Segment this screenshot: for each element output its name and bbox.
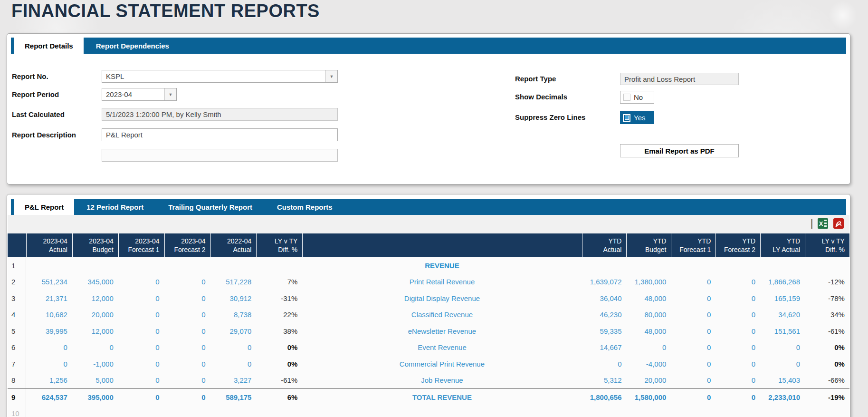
value-cell[interactable]	[715, 257, 760, 274]
value-cell[interactable]: 0	[164, 307, 210, 323]
value-cell[interactable]: 34,620	[760, 307, 805, 323]
value-cell[interactable]: 2,233,010	[760, 389, 805, 406]
checkbox-unchecked-icon[interactable]	[623, 94, 630, 101]
email-report-pdf-button[interactable]: Email Report as PDF	[620, 144, 739, 157]
value-cell[interactable]: 0	[671, 274, 715, 291]
value-cell[interactable]: 589,175	[210, 389, 257, 406]
value-cell[interactable]: 0	[118, 339, 164, 356]
value-cell[interactable]: 151,561	[760, 323, 805, 339]
value-cell[interactable]: 0	[715, 274, 760, 291]
value-cell[interactable]: 0	[72, 339, 118, 356]
value-cell[interactable]: 0	[210, 356, 257, 372]
value-cell[interactable]	[715, 406, 760, 417]
value-cell[interactable]: 0	[671, 323, 715, 339]
value-cell[interactable]: 48,000	[626, 323, 671, 339]
value-cell[interactable]: 0	[164, 389, 210, 406]
value-cell[interactable]: 0	[715, 307, 760, 323]
value-cell[interactable]: 0	[671, 307, 715, 323]
value-cell[interactable]: 0	[626, 339, 671, 356]
value-cell[interactable]	[582, 406, 627, 417]
value-cell[interactable]: 0	[118, 307, 164, 323]
value-cell[interactable]: 0	[715, 389, 760, 406]
value-cell[interactable]: 517,228	[210, 274, 257, 291]
checkbox-checked-icon[interactable]	[623, 114, 630, 122]
value-cell[interactable]: 1,380,000	[626, 274, 671, 291]
value-cell[interactable]: 0	[118, 323, 164, 339]
value-cell[interactable]: 39,995	[26, 323, 72, 339]
value-cell[interactable]	[72, 257, 118, 274]
value-cell[interactable]	[26, 257, 72, 274]
value-cell[interactable]	[626, 406, 671, 417]
value-cell[interactable]: 15,403	[760, 372, 805, 389]
value-cell[interactable]: 3,227	[210, 372, 257, 389]
excel-export-icon[interactable]: X	[818, 218, 828, 229]
value-cell[interactable]: 1,580,000	[626, 389, 671, 406]
tab-report-dependencies[interactable]: Report Dependencies	[84, 38, 181, 54]
value-cell[interactable]: 395,000	[72, 389, 118, 406]
description-cell[interactable]: eNewsletter Revenue	[302, 323, 582, 339]
suppress-zero-lines-toggle[interactable]: Yes	[620, 111, 654, 124]
value-cell[interactable]: 0	[118, 356, 164, 372]
value-cell[interactable]: 0	[118, 372, 164, 389]
value-cell[interactable]: 29,070	[210, 323, 257, 339]
value-cell[interactable]	[118, 406, 164, 417]
value-cell[interactable]: 12,000	[72, 323, 118, 339]
value-cell[interactable]: 0	[715, 290, 760, 307]
value-cell[interactable]: 1,800,656	[582, 389, 627, 406]
value-cell[interactable]	[210, 406, 257, 417]
value-cell[interactable]: 345,000	[72, 274, 118, 291]
value-cell[interactable]: 0	[118, 274, 164, 291]
value-cell[interactable]: 36,040	[582, 290, 627, 307]
value-cell[interactable]: 0	[715, 356, 760, 372]
value-cell[interactable]: 0	[671, 356, 715, 372]
value-cell[interactable]	[582, 257, 627, 274]
report-description-field[interactable]	[102, 128, 338, 141]
value-cell[interactable]: 20,000	[72, 307, 118, 323]
value-cell[interactable]: -1,000	[72, 356, 118, 372]
value-cell[interactable]	[164, 257, 210, 274]
value-cell[interactable]: 0	[210, 339, 257, 356]
description-cell[interactable]: Job Revenue	[302, 372, 582, 389]
description-cell[interactable]: Event Revenue	[302, 339, 582, 356]
description-cell[interactable]	[302, 406, 582, 417]
value-cell[interactable]: 624,537	[26, 389, 72, 406]
value-cell[interactable]	[671, 257, 715, 274]
value-cell[interactable]: 59,335	[582, 323, 627, 339]
tab-report-details[interactable]: Report Details	[14, 38, 84, 54]
tab-custom-reports[interactable]: Custom Reports	[265, 199, 345, 215]
value-cell[interactable]: 1,866,268	[760, 274, 805, 291]
value-cell[interactable]: 0	[164, 339, 210, 356]
value-cell[interactable]: 0	[118, 389, 164, 406]
value-cell[interactable]: 10,682	[26, 307, 72, 323]
value-cell[interactable]: 0	[164, 356, 210, 372]
value-cell[interactable]: 5,312	[582, 372, 627, 389]
report-description-2-field[interactable]	[102, 149, 338, 162]
value-cell[interactable]: 12,000	[72, 290, 118, 307]
value-cell[interactable]	[760, 257, 805, 274]
value-cell[interactable]: 0	[760, 339, 805, 356]
description-cell[interactable]: REVENUE	[302, 257, 582, 274]
value-cell[interactable]	[164, 406, 210, 417]
description-cell[interactable]: Digital Display Revenue	[302, 290, 582, 307]
show-decimals-toggle[interactable]: No	[620, 91, 654, 104]
value-cell[interactable]: -4,000	[626, 356, 671, 372]
value-cell[interactable]: 0	[671, 372, 715, 389]
report-no-input[interactable]	[102, 70, 338, 83]
value-cell[interactable]	[118, 257, 164, 274]
value-cell[interactable]: 0	[582, 356, 627, 372]
chevron-down-icon[interactable]: ▼	[325, 70, 337, 82]
value-cell[interactable]: 5,000	[72, 372, 118, 389]
value-cell[interactable]: 1,256	[26, 372, 72, 389]
value-cell[interactable]: 80,000	[626, 307, 671, 323]
value-cell[interactable]: 0	[671, 389, 715, 406]
description-cell[interactable]: Commercial Print Revenue	[302, 356, 582, 372]
description-cell[interactable]: TOTAL REVENUE	[302, 389, 582, 406]
value-cell[interactable]	[760, 406, 805, 417]
value-cell[interactable]: 0	[26, 356, 72, 372]
tab-trailing-quarterly-report[interactable]: Trailing Quarterly Report	[156, 199, 265, 215]
description-cell[interactable]: Print Retail Revenue	[302, 274, 582, 291]
value-cell[interactable]: 20,000	[626, 372, 671, 389]
tab-pl-report[interactable]: P&L Report	[14, 199, 74, 215]
value-cell[interactable]: 21,371	[26, 290, 72, 307]
value-cell[interactable]: 0	[164, 274, 210, 291]
